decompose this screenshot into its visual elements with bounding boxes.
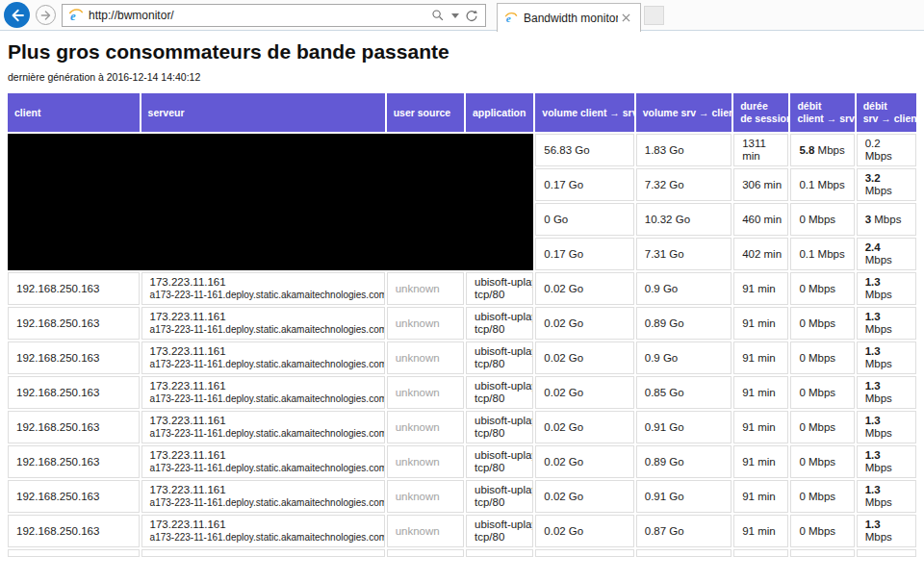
- application-cell: ubisoft-uplaytcp/80: [466, 411, 533, 443]
- debit-client-srv-cell: 0 Mbps: [790, 342, 854, 374]
- client-cell: 192.168.250.163: [8, 411, 140, 443]
- volume-srv-client-cell: 0.9 Go: [636, 342, 732, 374]
- server-cell: 173.223.11.161a173-223-11-161.deploy.sta…: [141, 445, 385, 478]
- debit-client-srv-cell: 0 Mbps: [790, 203, 854, 236]
- debit-client-srv-cell: 0 Mbps: [790, 480, 854, 513]
- column-header-3: application: [466, 93, 533, 132]
- volume-client-srv-cell: 56.83 Go: [535, 134, 633, 166]
- application-cell: ubisoft-uplaytcp/80: [466, 480, 533, 513]
- chevron-down-icon: [451, 13, 459, 18]
- url-input[interactable]: [89, 9, 427, 22]
- debit-client-srv-cell: 0.1 Mbps: [790, 238, 854, 270]
- server-cell: 173.223.11.161a173-223-11-161.deploy.sta…: [141, 342, 385, 374]
- refresh-button[interactable]: [461, 5, 482, 26]
- duration-cell: 402 min: [733, 238, 788, 270]
- user-source-cell: unknown: [387, 376, 464, 409]
- volume-client-srv-cell: 0.17 Go: [535, 168, 633, 201]
- column-header-2: user source: [387, 93, 464, 132]
- debit-client-srv-cell: 0 Mbps: [790, 307, 854, 340]
- application-cell: ubisoft-uplaytcp/80: [466, 515, 533, 547]
- volume-client-srv-cell: 0.02 Go: [535, 342, 633, 374]
- partial-cell: [535, 549, 633, 557]
- search-button[interactable]: [427, 5, 449, 26]
- duration-cell: 460 min: [733, 203, 788, 236]
- back-button[interactable]: [4, 2, 30, 28]
- forward-button[interactable]: [36, 5, 56, 25]
- table-row-redacted-1: 56.83 Go1.83 Go1311 min5.8 Mbps0.2 Mbps: [8, 134, 916, 166]
- table-row-11: 192.168.250.163173.223.11.161a173-223-11…: [8, 480, 916, 513]
- debit-client-srv-cell: 5.8 Mbps: [790, 134, 854, 166]
- client-cell: 192.168.250.163: [8, 376, 140, 409]
- server-cell: 173.223.11.161a173-223-11-161.deploy.sta…: [141, 480, 385, 513]
- duration-cell: 1311 min: [733, 134, 788, 166]
- client-cell: 192.168.250.163: [8, 515, 140, 547]
- volume-srv-client-cell: 0.89 Go: [636, 445, 732, 478]
- client-cell: 192.168.250.163: [8, 307, 140, 340]
- debit-client-srv-cell: 0 Mbps: [790, 272, 854, 305]
- new-tab-button[interactable]: [644, 6, 664, 25]
- table-row-9: 192.168.250.163173.223.11.161a173-223-11…: [8, 411, 916, 443]
- user-source-cell: unknown: [387, 272, 464, 305]
- redaction-overlay: [8, 134, 533, 270]
- search-icon: [431, 9, 445, 22]
- debit-srv-client-cell: 0.2 Mbps: [857, 134, 916, 166]
- partial-cell: [141, 549, 385, 557]
- client-cell: 192.168.250.163: [8, 480, 140, 513]
- debit-client-srv-cell: 0.1 Mbps: [790, 168, 854, 201]
- user-source-cell: unknown: [387, 411, 464, 443]
- page-content: Plus gros consommateurs de bande passant…: [0, 40, 924, 559]
- close-icon: [622, 13, 630, 22]
- duration-cell: 91 min: [733, 342, 788, 374]
- tab-close-button[interactable]: [618, 11, 633, 26]
- volume-srv-client-cell: 0.87 Go: [636, 515, 732, 547]
- debit-srv-client-cell: 1.3 Mbps: [857, 480, 916, 513]
- page-title: Plus gros consommateurs de bande passant…: [8, 40, 924, 63]
- table-row-6: 192.168.250.163173.223.11.161a173-223-11…: [8, 307, 916, 340]
- debit-srv-client-cell: 3.2 Mbps: [857, 168, 916, 201]
- partial-cell: [790, 549, 854, 557]
- address-bar[interactable]: e: [62, 4, 486, 27]
- debit-srv-client-cell: 1.3 Mbps: [857, 376, 916, 409]
- table-row-12: 192.168.250.163173.223.11.161a173-223-11…: [8, 515, 916, 547]
- table-row-10: 192.168.250.163173.223.11.161a173-223-11…: [8, 445, 916, 478]
- partial-cell: [8, 549, 140, 557]
- duration-cell: 306 min: [733, 168, 788, 201]
- volume-srv-client-cell: 0.85 Go: [636, 376, 732, 409]
- volume-srv-client-cell: 0.91 Go: [636, 411, 732, 443]
- application-cell: ubisoft-uplaytcp/80: [466, 272, 533, 305]
- duration-cell: 91 min: [733, 515, 788, 547]
- debit-client-srv-cell: 0 Mbps: [790, 411, 854, 443]
- partial-cell: [636, 549, 732, 557]
- volume-srv-client-cell: 7.32 Go: [636, 168, 732, 201]
- debit-srv-client-cell: 1.3 Mbps: [857, 445, 916, 478]
- partial-cell: [857, 549, 916, 557]
- table-row-8: 192.168.250.163173.223.11.161a173-223-11…: [8, 376, 916, 409]
- refresh-icon: [465, 9, 478, 22]
- debit-client-srv-cell: 0 Mbps: [790, 515, 854, 547]
- partial-cell: [387, 549, 464, 557]
- browser-tab[interactable]: e Bandwidth monitor: [497, 3, 641, 32]
- generation-timestamp: dernière génération à 2016-12-14 14:40:1…: [8, 71, 924, 83]
- column-header-4: volume client → srv: [535, 93, 633, 132]
- client-cell: 192.168.250.163: [8, 272, 140, 305]
- volume-client-srv-cell: 0 Go: [535, 203, 633, 236]
- duration-cell: 91 min: [733, 376, 788, 409]
- debit-client-srv-cell: 0 Mbps: [790, 445, 854, 478]
- column-header-6: durée de session: [733, 93, 788, 132]
- debit-srv-client-cell: 2.4 Mbps: [857, 238, 916, 270]
- back-icon: [9, 7, 26, 24]
- table-body: 56.83 Go1.83 Go1311 min5.8 Mbps0.2 Mbps0…: [8, 134, 916, 557]
- application-cell: ubisoft-uplaytcp/80: [466, 342, 533, 374]
- duration-cell: 91 min: [733, 307, 788, 340]
- volume-srv-client-cell: 0.91 Go: [636, 480, 732, 513]
- partial-cell: [733, 549, 788, 557]
- server-cell: 173.223.11.161a173-223-11-161.deploy.sta…: [141, 376, 385, 409]
- bandwidth-table: clientserveuruser sourceapplicationvolum…: [6, 91, 918, 559]
- search-dropdown-button[interactable]: [449, 5, 461, 26]
- table-header-row: clientserveuruser sourceapplicationvolum…: [8, 93, 916, 132]
- debit-client-srv-cell: 0 Mbps: [790, 376, 854, 409]
- duration-cell: 91 min: [733, 445, 788, 478]
- volume-client-srv-cell: 0.02 Go: [535, 307, 633, 340]
- column-header-0: client: [8, 93, 140, 132]
- user-source-cell: unknown: [387, 307, 464, 340]
